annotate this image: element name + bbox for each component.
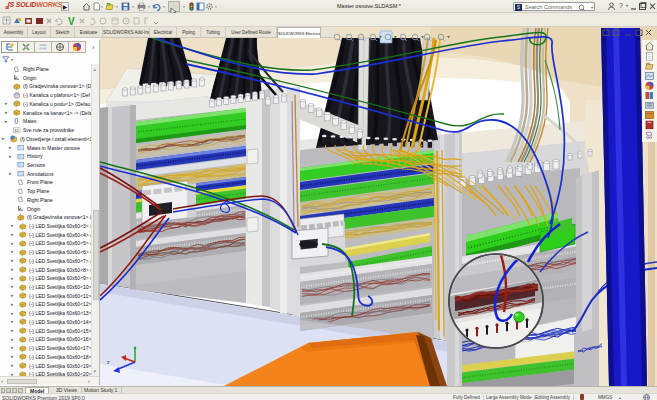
svg-text:10: 10 bbox=[14, 129, 18, 133]
svg-text:V: V bbox=[68, 16, 75, 27]
